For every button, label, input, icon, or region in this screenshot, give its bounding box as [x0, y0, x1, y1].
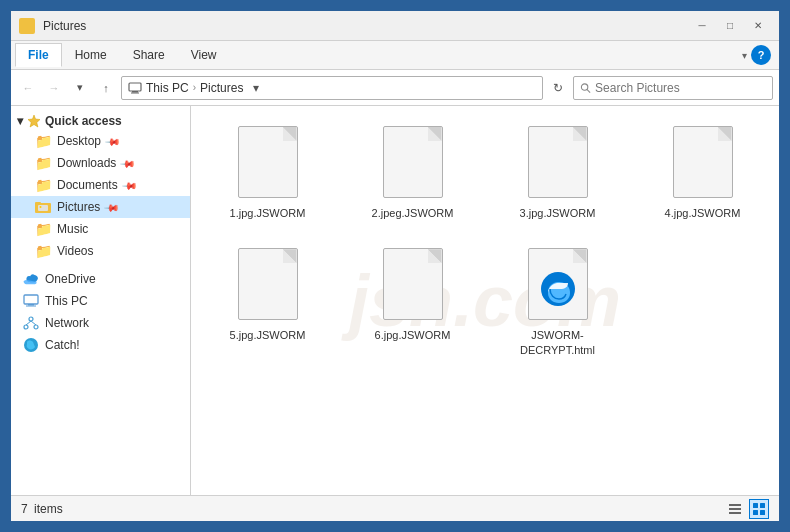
- folder-music-icon: 📁: [35, 221, 51, 237]
- tab-view[interactable]: View: [178, 43, 230, 67]
- help-button[interactable]: ?: [751, 45, 771, 65]
- file-icon-6: [377, 244, 449, 324]
- back-button[interactable]: ←: [17, 77, 39, 99]
- main-content: ▾ Quick access 📁 Desktop 📌 📁 Downloads 📌…: [11, 106, 779, 495]
- list-item[interactable]: 1.jpg.JSWORM: [199, 114, 336, 228]
- computer-icon: [128, 81, 142, 95]
- svg-rect-24: [729, 512, 741, 514]
- tab-file[interactable]: File: [15, 43, 62, 67]
- sidebar-item-documents[interactable]: 📁 Documents 📌: [11, 174, 190, 196]
- address-path[interactable]: This PC › Pictures ▾: [121, 76, 543, 100]
- file-icon-5: [232, 244, 304, 324]
- list-item[interactable]: JSWORM-DECRYPT.html: [489, 236, 626, 365]
- title-bar-icons: [19, 18, 35, 34]
- address-dropdown-button[interactable]: ▾: [247, 81, 265, 95]
- ribbon-tabs: File Home Share View ▾ ?: [11, 41, 779, 69]
- window-folder-icon: [19, 18, 35, 34]
- address-bar: ← → ▾ ↑ This PC › Pictures ▾ ↻: [11, 70, 779, 106]
- onedrive-icon: [23, 271, 39, 287]
- sidebar-desktop-label: Desktop: [57, 134, 101, 148]
- svg-rect-26: [760, 503, 765, 508]
- recent-locations-button[interactable]: ▾: [69, 77, 91, 99]
- window-title: Pictures: [43, 19, 689, 33]
- up-button[interactable]: ↑: [95, 77, 117, 99]
- sidebar-documents-label: Documents: [57, 178, 118, 192]
- svg-rect-4: [131, 92, 139, 93]
- list-view-button[interactable]: [725, 499, 745, 519]
- svg-rect-2: [129, 83, 141, 91]
- sidebar-item-pictures[interactable]: Pictures 📌: [11, 196, 190, 218]
- ribbon-right: ▾ ?: [742, 45, 775, 65]
- path-thispc: This PC: [146, 81, 189, 95]
- quick-access-header[interactable]: ▾ Quick access: [11, 110, 190, 130]
- doc-icon: [238, 248, 298, 320]
- title-bar: Pictures ─ □ ✕: [11, 11, 779, 41]
- sidebar-item-thispc[interactable]: This PC: [11, 290, 190, 312]
- item-count: 7: [21, 502, 28, 516]
- doc-icon: [528, 126, 588, 198]
- network-icon: [23, 315, 39, 331]
- path-pictures: Pictures: [200, 81, 243, 95]
- maximize-button[interactable]: □: [717, 16, 743, 36]
- close-button[interactable]: ✕: [745, 16, 771, 36]
- file-label: JSWORM-DECRYPT.html: [513, 328, 603, 357]
- list-item[interactable]: 3.jpg.JSWORM: [489, 114, 626, 228]
- file-label: 2.jpeg.JSWORM: [372, 206, 454, 220]
- sidebar-item-videos[interactable]: 📁 Videos: [11, 240, 190, 262]
- search-input[interactable]: [595, 81, 766, 95]
- sidebar-item-network[interactable]: Network: [11, 312, 190, 334]
- list-item[interactable]: 6.jpg.JSWORM: [344, 236, 481, 365]
- status-count: 7 items: [21, 502, 63, 516]
- refresh-button[interactable]: ↻: [547, 77, 569, 99]
- sidebar-videos-label: Videos: [57, 244, 93, 258]
- svg-point-5: [581, 83, 587, 89]
- sidebar-item-desktop[interactable]: 📁 Desktop 📌: [11, 130, 190, 152]
- sidebar-item-downloads[interactable]: 📁 Downloads 📌: [11, 152, 190, 174]
- grid-view-button[interactable]: [749, 499, 769, 519]
- svg-point-15: [29, 317, 33, 321]
- svg-rect-12: [24, 295, 38, 304]
- folder-docs-icon: 📁: [35, 177, 51, 193]
- sidebar-onedrive-label: OneDrive: [45, 272, 96, 286]
- tab-home[interactable]: Home: [62, 43, 120, 67]
- html-icon: [528, 248, 588, 320]
- ribbon: File Home Share View ▾ ?: [11, 41, 779, 70]
- svg-rect-25: [753, 503, 758, 508]
- sidebar-downloads-label: Downloads: [57, 156, 116, 170]
- svg-line-19: [31, 321, 36, 325]
- file-label: 6.jpg.JSWORM: [375, 328, 451, 342]
- svg-marker-7: [28, 115, 40, 127]
- forward-button[interactable]: →: [43, 77, 65, 99]
- svg-point-11: [40, 206, 42, 208]
- svg-rect-10: [38, 205, 48, 211]
- list-item[interactable]: 4.jpg.JSWORM: [634, 114, 771, 228]
- doc-icon: [673, 126, 733, 198]
- quick-access-label: Quick access: [45, 114, 122, 128]
- file-icon-2: [377, 122, 449, 202]
- doc-icon: [383, 248, 443, 320]
- svg-line-6: [587, 89, 590, 92]
- sidebar-item-onedrive[interactable]: OneDrive: [11, 268, 190, 290]
- minimize-button[interactable]: ─: [689, 16, 715, 36]
- doc-icon: [238, 126, 298, 198]
- svg-rect-1: [21, 22, 26, 25]
- file-label: 5.jpg.JSWORM: [230, 328, 306, 342]
- svg-rect-14: [26, 306, 36, 307]
- list-item[interactable]: 5.jpg.JSWORM: [199, 236, 336, 365]
- file-label: 4.jpg.JSWORM: [665, 206, 741, 220]
- ribbon-chevron-icon[interactable]: ▾: [742, 50, 747, 61]
- svg-point-17: [34, 325, 38, 329]
- sidebar-item-music[interactable]: 📁 Music: [11, 218, 190, 240]
- file-label: 3.jpg.JSWORM: [520, 206, 596, 220]
- file-icon-4: [667, 122, 739, 202]
- svg-rect-23: [729, 508, 741, 510]
- svg-rect-9: [35, 202, 41, 205]
- file-icon-7: [522, 244, 594, 324]
- doc-icon: [383, 126, 443, 198]
- quick-access-expand-icon: ▾: [17, 114, 23, 128]
- pin-icon-pics: 📌: [104, 199, 120, 215]
- search-box[interactable]: [573, 76, 773, 100]
- sidebar-item-catch[interactable]: Catch!: [11, 334, 190, 356]
- list-item[interactable]: 2.jpeg.JSWORM: [344, 114, 481, 228]
- tab-share[interactable]: Share: [120, 43, 178, 67]
